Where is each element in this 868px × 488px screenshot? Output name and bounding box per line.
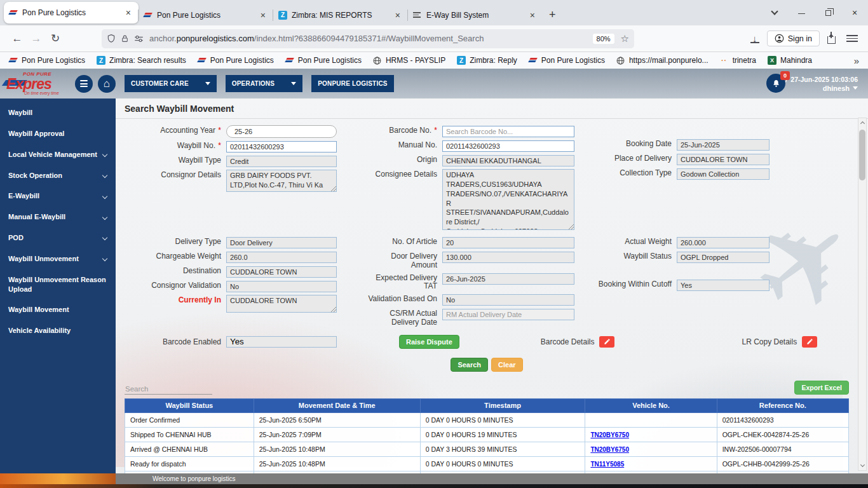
menu-customer-care[interactable]: CUSTOMER CARE bbox=[125, 75, 217, 92]
sidebar-item-e-waybill[interactable]: E-Waybill bbox=[0, 186, 116, 207]
bookmark-item[interactable]: https://mail.ponpurelo... bbox=[616, 56, 709, 65]
search-button[interactable]: Search bbox=[451, 358, 488, 372]
bookmark-item[interactable]: XMahindra bbox=[768, 56, 812, 65]
sidebar-item-vehicle-availability[interactable]: Vehicle Availability bbox=[0, 320, 116, 341]
menu-operations[interactable]: OPERATIONS bbox=[226, 75, 302, 92]
barcode-details-edit-button[interactable] bbox=[599, 336, 614, 348]
user-menu[interactable]: dhinesh bbox=[823, 85, 858, 92]
url-text[interactable]: anchor.ponpurelogistics.com/index.html?6… bbox=[149, 34, 593, 43]
downloads-icon[interactable]: ↓ bbox=[747, 33, 763, 44]
share-icon[interactable] bbox=[824, 30, 840, 47]
tab-list-chevron-icon[interactable] bbox=[761, 0, 788, 25]
bookmark-item[interactable]: ZZimbra: Search results bbox=[97, 56, 186, 65]
chargeable-weight-field[interactable] bbox=[226, 252, 337, 263]
app-menu-toggle-button[interactable] bbox=[75, 75, 93, 93]
signin-button[interactable]: Sign in bbox=[767, 30, 820, 46]
scroll-up-arrow-icon[interactable] bbox=[858, 118, 866, 127]
raise-dispute-button[interactable]: Raise Dispute bbox=[399, 335, 459, 349]
consignor-validation-field[interactable] bbox=[226, 281, 337, 292]
manual-no-field[interactable] bbox=[442, 140, 574, 152]
vehicle-link[interactable]: TN20BY6750 bbox=[590, 446, 629, 453]
table-search-input[interactable] bbox=[125, 384, 212, 395]
collection-type-field[interactable] bbox=[677, 168, 770, 180]
sidebar-item-waybill-approval[interactable]: Waybill Approval bbox=[0, 123, 116, 144]
export-excel-button[interactable]: Export Excel bbox=[794, 381, 849, 395]
delivery-type-field[interactable] bbox=[226, 237, 337, 248]
tab-close-icon[interactable]: × bbox=[393, 10, 403, 20]
booking-within-cutoff-field[interactable] bbox=[677, 280, 770, 291]
restore-button[interactable] bbox=[815, 0, 841, 25]
lock-icon[interactable] bbox=[121, 34, 129, 43]
new-tab-button[interactable]: + bbox=[543, 7, 562, 25]
door-delivery-amount-field[interactable] bbox=[442, 252, 574, 263]
browser-tab[interactable]: Pon Pure Logistics× bbox=[4, 2, 139, 24]
waybill-status-field[interactable] bbox=[677, 252, 770, 263]
column-header[interactable]: Waybill Status bbox=[125, 398, 254, 412]
menu-ponpure-logistics[interactable]: PONPURE LOGISTICS bbox=[311, 75, 394, 92]
sidebar-item-manual-e-waybill[interactable]: Manual E-Waybill bbox=[0, 207, 116, 227]
vehicle-link[interactable]: TN11Y5085 bbox=[590, 461, 624, 468]
validation-based-on-field[interactable] bbox=[442, 294, 574, 306]
consignee-details-field[interactable] bbox=[442, 169, 574, 230]
sidebar-item-waybill-movement[interactable]: Waybill Movement bbox=[0, 299, 116, 320]
sidebar-item-waybill[interactable]: Waybill bbox=[0, 102, 116, 123]
tab-close-icon[interactable]: × bbox=[527, 10, 538, 20]
browser-tab[interactable]: Pon Pure Logistics× bbox=[139, 4, 273, 25]
sidebar-item-local-vehicle-management[interactable]: Local Vehicle Management bbox=[0, 144, 116, 165]
browser-tab[interactable]: E-Way Bill System× bbox=[408, 4, 543, 25]
consignor-details-field[interactable] bbox=[226, 170, 337, 192]
notifications-button[interactable]: 0 bbox=[766, 74, 785, 93]
permissions-icon[interactable] bbox=[134, 35, 144, 43]
browser-tab[interactable]: ZZimbra: MIS REPORTS× bbox=[273, 4, 408, 25]
scrollbar-thumb[interactable] bbox=[859, 130, 865, 180]
barcode-enabled-field[interactable] bbox=[226, 336, 337, 348]
bookmark-item[interactable]: Pon Pure Logistics bbox=[198, 56, 274, 65]
clear-button[interactable]: Clear bbox=[491, 358, 523, 372]
bookmarks-overflow-chevron-icon[interactable]: » bbox=[854, 55, 859, 66]
bookmark-item[interactable]: Pon Pure Logistics bbox=[285, 56, 362, 65]
bookmark-item[interactable]: Pon Pure Logistics bbox=[9, 56, 85, 65]
reload-button[interactable]: ↻ bbox=[46, 29, 65, 48]
column-header[interactable]: Reference No. bbox=[717, 398, 848, 412]
tab-close-icon[interactable]: × bbox=[123, 8, 133, 18]
column-header[interactable]: Movement Date & Time bbox=[254, 398, 420, 412]
bookmark-item[interactable]: ··trinetra bbox=[720, 56, 756, 65]
window-close-button[interactable]: × bbox=[841, 0, 868, 25]
bookmark-item[interactable]: Pon Pure Logistics bbox=[529, 56, 605, 65]
bookmark-item[interactable]: HRMS - PAYSLIP bbox=[373, 56, 445, 65]
minimize-button[interactable] bbox=[788, 0, 815, 25]
waybill-no-field[interactable] bbox=[226, 141, 337, 152]
forward-button[interactable]: → bbox=[27, 29, 46, 48]
scroll-down-arrow-icon[interactable] bbox=[858, 461, 866, 470]
bookmark-label: Pon Pure Logistics bbox=[210, 56, 274, 65]
cs-rm-actual-delivery-date-field[interactable] bbox=[442, 309, 574, 320]
origin-field[interactable] bbox=[442, 155, 574, 166]
barcode-no-field[interactable] bbox=[442, 126, 574, 137]
column-header[interactable]: Vehicle No. bbox=[585, 398, 717, 412]
tab-close-icon[interactable]: × bbox=[258, 10, 268, 20]
actual-weight-field[interactable] bbox=[677, 237, 770, 248]
expected-delivery-tat-field[interactable] bbox=[442, 273, 574, 285]
destination-field[interactable] bbox=[226, 266, 337, 278]
sidebar-item-stock-operation[interactable]: Stock Operation bbox=[0, 165, 116, 186]
accounting-year-field[interactable] bbox=[226, 125, 337, 138]
vertical-scrollbar[interactable] bbox=[858, 118, 867, 471]
back-button[interactable]: ← bbox=[8, 29, 27, 48]
home-button[interactable]: ⌂ bbox=[98, 75, 116, 93]
column-header[interactable]: Timestamp bbox=[420, 398, 585, 412]
sidebar-item-waybill-unmovement-reason-upload[interactable]: Waybill Unmovement Reason Upload bbox=[0, 269, 116, 300]
vehicle-link[interactable]: TN20BY6750 bbox=[590, 431, 629, 438]
currently-in-field[interactable] bbox=[226, 295, 337, 313]
menu-icon[interactable] bbox=[844, 30, 860, 47]
waybill-type-field[interactable] bbox=[226, 156, 337, 167]
bookmark-star-icon[interactable]: ☆ bbox=[621, 33, 629, 44]
url-bar[interactable]: anchor.ponpurelogistics.com/index.html?6… bbox=[102, 29, 634, 48]
no-of-article-field[interactable] bbox=[442, 237, 574, 248]
sidebar-item-pod[interactable]: POD bbox=[0, 227, 116, 248]
bookmark-item[interactable]: ZZimbra: Reply bbox=[457, 56, 517, 65]
lr-copy-details-edit-button[interactable] bbox=[802, 336, 817, 348]
sidebar-item-waybill-unmovement[interactable]: Waybill Unmovement bbox=[0, 248, 116, 269]
booking-date-field[interactable] bbox=[677, 139, 770, 151]
place-of-delivery-field[interactable] bbox=[677, 154, 770, 165]
zoom-level-badge[interactable]: 80% bbox=[593, 34, 614, 44]
